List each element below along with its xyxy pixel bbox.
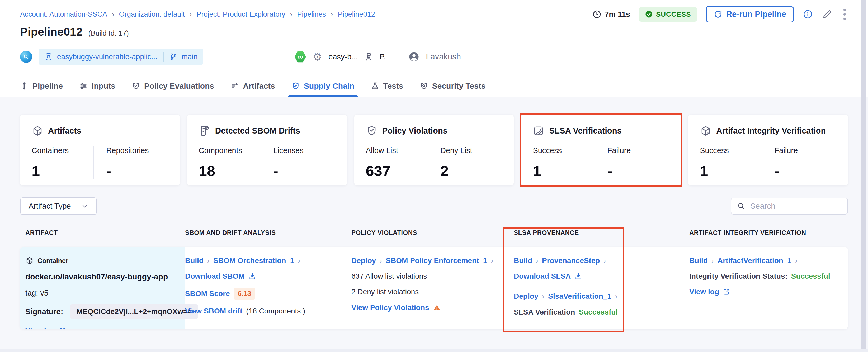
search-input[interactable] [750,201,842,211]
inputs-icon [79,82,88,90]
shield-check-icon [132,82,140,90]
stat-value: 1 [533,162,594,180]
flask-icon [371,82,379,90]
tab-tests[interactable]: Tests [371,75,403,97]
stat-label: Repositories [106,146,168,155]
external-link-icon [59,327,66,329]
status-text: SUCCESS [656,10,691,19]
stage-link[interactable]: Build [689,256,708,265]
card-title: Policy Violations [382,126,448,136]
breadcrumb-account[interactable]: Account: Automation-SSCA [20,10,107,19]
tab-label: Security Tests [432,82,486,91]
breadcrumb-project[interactable]: Project: Product Exploratory [197,10,285,19]
integrity-status-value: Successful [791,272,830,281]
tab-policy-evaluations[interactable]: Policy Evaluations [132,75,214,97]
breadcrumb-organization[interactable]: Organization: default [119,10,185,19]
breadcrumb-pipeline012[interactable]: Pipeline012 [338,10,375,19]
repo-branch-pill[interactable]: easybuggy-vulnerable-applic... main [38,49,203,65]
slsa-verification-label: SLSA Verification [514,308,575,316]
artifact-tag: tag: v5 [25,289,176,297]
chevron-down-icon [81,202,88,210]
stat-label: Licenses [273,146,335,155]
tab-supply-chain[interactable]: Supply Chain [291,75,354,97]
stage-link[interactable]: Build [185,256,204,265]
tab-artifacts[interactable]: Artifacts [230,75,275,97]
card-title: Detected SBOM Drifts [215,126,300,136]
integrity-cell: Build ArtifactVerification_1 Integrity V… [689,247,848,329]
tab-label: Policy Evaluations [144,82,214,91]
artifact-type-label: Artifact Type [29,202,71,211]
card-artifacts: Artifacts Containers 1 Repositories - [20,115,180,185]
chevron-separator [298,257,301,265]
refresh-icon [714,10,722,19]
meta-divider [397,44,397,69]
breadcrumb: Account: Automation-SSCA Organization: d… [20,10,375,19]
tab-label: Artifacts [243,82,275,91]
slsa-cell: Build ProvenanceStep Download SLSA Deplo… [514,247,689,329]
stat-value: - [608,162,669,180]
card-sbom-drifts: Detected SBOM Drifts Components 18 Licen… [187,115,347,185]
list-plus-icon [230,82,239,90]
stat-value: - [273,162,335,180]
download-slsa-link[interactable]: Download SLSA [514,272,571,281]
stage-link[interactable]: Build [514,256,532,265]
stat-value: 18 [199,162,260,180]
breadcrumb-separator [290,10,292,19]
step-link[interactable]: SlsaVerification_1 [548,292,611,300]
delegate-label: P. [380,53,386,61]
col-header-artifact: ARTIFACT [20,229,185,236]
step-link[interactable]: ProvenanceStep [542,256,600,265]
stat-slsa-failure: Failure - [595,146,669,180]
artifact-cell: Container docker.io/lavakush07/easy-bugg… [20,247,185,329]
step-link[interactable]: SBOM Policy Enforcement_1 [386,256,487,265]
breadcrumb-separator [331,10,333,19]
shield-search-icon [420,82,428,90]
view-log-link[interactable]: View log [25,326,55,329]
stage-link[interactable]: Deploy [351,256,376,265]
tab-pipeline[interactable]: Pipeline [20,75,63,97]
signature-value[interactable]: MEQCICde2Vjl...L+2+mqnOXw== [70,304,198,319]
view-sbom-drift-link[interactable]: View SBOM drift [185,307,242,315]
edit-button[interactable] [822,9,832,20]
gear-icon [313,52,322,62]
stage-link[interactable]: Deploy [514,292,538,300]
magnifier-glyph [23,54,29,60]
view-log-link[interactable]: View log [689,288,719,296]
tab-label: Supply Chain [304,82,354,91]
card-artifact-integrity: Artifact Integrity Verification Success … [688,115,848,185]
page-header: Account: Automation-SSCA Organization: d… [0,0,868,97]
sbom-score-link[interactable]: SBOM Score [185,289,230,298]
stat-value: - [775,162,836,180]
supply-chain-content: Artifacts Containers 1 Repositories - De… [0,115,868,329]
stat-label: Components [199,146,260,155]
tab-security-tests[interactable]: Security Tests [420,75,486,97]
stat-value: 1 [32,162,93,180]
vertical-scrollbar[interactable] [861,0,866,352]
summary-cards: Artifacts Containers 1 Repositories - De… [20,115,848,185]
card-slsa-verifications: SLSA Verifications Success 1 Failure - [521,115,681,185]
check-circle-icon [645,10,653,18]
download-sbom-link[interactable]: Download SBOM [185,272,245,281]
stat-components: Components 18 [199,146,260,180]
breadcrumb-pipelines[interactable]: Pipelines [297,10,326,19]
artifact-type-badge: Container [37,257,68,265]
step-link[interactable]: ArtifactVerification_1 [717,256,792,265]
chevron-separator [207,257,210,265]
more-options-button[interactable] [841,8,848,21]
stat-label: Failure [608,146,669,155]
ci-module-icon [294,51,306,63]
step-link[interactable]: SBOM Orchestration_1 [213,256,294,265]
policy-shield-icon [366,125,377,137]
breadcrumb-separator [190,10,192,19]
stat-value: - [106,162,168,180]
artifacts-cube-icon [32,125,43,137]
info-button[interactable] [803,9,813,19]
rerun-pipeline-button[interactable]: Re-run Pipeline [706,6,794,23]
card-title: Artifact Integrity Verification [716,126,826,136]
download-icon [248,272,256,280]
artifact-type-dropdown[interactable]: Artifact Type [20,197,97,215]
view-policy-violations-link[interactable]: View Policy Violations [351,303,429,312]
sbom-score-badge: 6.13 [234,288,255,300]
tab-inputs[interactable]: Inputs [79,75,115,97]
avatar-icon [408,51,420,62]
